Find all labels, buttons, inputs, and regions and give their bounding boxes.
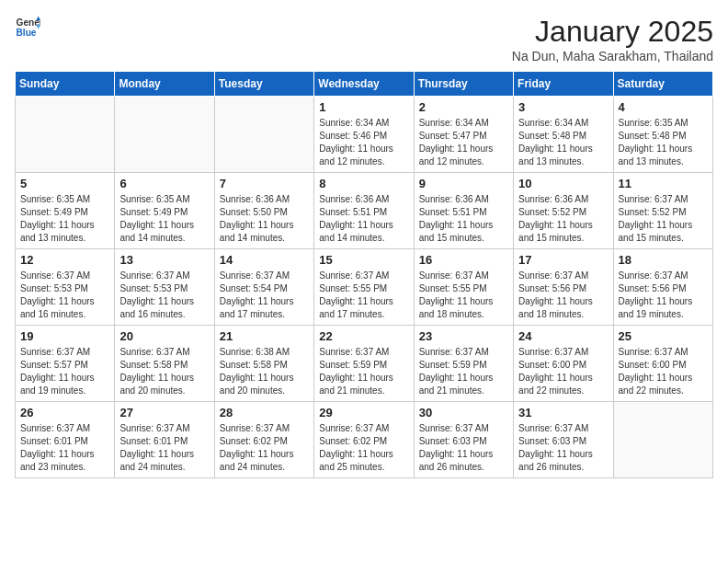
weekday-header: Monday	[115, 72, 214, 97]
day-info: Sunrise: 6:35 AMSunset: 5:49 PMDaylight:…	[119, 193, 209, 245]
day-number: 6	[119, 177, 209, 190]
calendar-day-cell: 4Sunrise: 6:35 AMSunset: 5:48 PMDaylight…	[613, 97, 712, 173]
page-header: General Blue January 2025 Na Dun, Maha S…	[15, 15, 713, 63]
calendar-week-row: 1Sunrise: 6:34 AMSunset: 5:46 PMDaylight…	[16, 97, 713, 173]
calendar-subtitle: Na Dun, Maha Sarakham, Thailand	[512, 49, 713, 63]
calendar-day-cell: 3Sunrise: 6:34 AMSunset: 5:48 PMDaylight…	[514, 97, 613, 173]
weekday-header: Sunday	[16, 72, 115, 97]
day-number: 29	[319, 406, 408, 419]
calendar-header-row: SundayMondayTuesdayWednesdayThursdayFrid…	[16, 72, 713, 97]
day-number: 28	[220, 406, 309, 419]
calendar-week-row: 5Sunrise: 6:35 AMSunset: 5:49 PMDaylight…	[16, 173, 713, 249]
day-info: Sunrise: 6:37 AMSunset: 5:57 PMDaylight:…	[20, 346, 109, 397]
day-number: 13	[119, 253, 209, 267]
logo-icon: General Blue	[15, 15, 40, 40]
day-info: Sunrise: 6:37 AMSunset: 5:53 PMDaylight:…	[119, 270, 209, 321]
day-number: 5	[20, 177, 109, 190]
day-number: 31	[518, 406, 608, 419]
day-number: 1	[319, 100, 408, 114]
day-info: Sunrise: 6:37 AMSunset: 5:55 PMDaylight:…	[419, 270, 508, 321]
day-info: Sunrise: 6:37 AMSunset: 5:58 PMDaylight:…	[119, 346, 209, 397]
day-number: 15	[319, 253, 408, 267]
day-number: 9	[419, 177, 508, 190]
svg-text:Blue: Blue	[17, 28, 37, 38]
calendar-day-cell: 17Sunrise: 6:37 AMSunset: 5:56 PMDayligh…	[514, 249, 613, 326]
day-number: 21	[220, 329, 309, 343]
weekday-header: Wednesday	[314, 72, 414, 97]
title-block: January 2025 Na Dun, Maha Sarakham, Thai…	[512, 15, 713, 63]
calendar-week-row: 19Sunrise: 6:37 AMSunset: 5:57 PMDayligh…	[16, 326, 713, 402]
day-info: Sunrise: 6:35 AMSunset: 5:48 PMDaylight:…	[619, 117, 708, 168]
calendar-day-cell: 25Sunrise: 6:37 AMSunset: 6:00 PMDayligh…	[613, 326, 712, 402]
day-info: Sunrise: 6:37 AMSunset: 5:56 PMDaylight:…	[518, 270, 608, 321]
calendar-day-cell: 18Sunrise: 6:37 AMSunset: 5:56 PMDayligh…	[613, 249, 712, 326]
day-number: 26	[20, 406, 109, 419]
calendar-day-cell: 8Sunrise: 6:36 AMSunset: 5:51 PMDaylight…	[314, 173, 414, 249]
calendar-day-cell: 31Sunrise: 6:37 AMSunset: 6:03 PMDayligh…	[514, 402, 613, 478]
logo: General Blue	[15, 15, 40, 40]
day-info: Sunrise: 6:37 AMSunset: 5:55 PMDaylight:…	[319, 270, 408, 321]
day-info: Sunrise: 6:37 AMSunset: 5:53 PMDaylight:…	[20, 270, 109, 321]
day-info: Sunrise: 6:37 AMSunset: 5:56 PMDaylight:…	[619, 270, 708, 321]
calendar-week-row: 26Sunrise: 6:37 AMSunset: 6:01 PMDayligh…	[16, 402, 713, 478]
calendar-day-cell: 11Sunrise: 6:37 AMSunset: 5:52 PMDayligh…	[613, 173, 712, 249]
calendar-day-cell: 26Sunrise: 6:37 AMSunset: 6:01 PMDayligh…	[16, 402, 115, 478]
calendar-day-cell: 6Sunrise: 6:35 AMSunset: 5:49 PMDaylight…	[115, 173, 214, 249]
day-info: Sunrise: 6:37 AMSunset: 5:59 PMDaylight:…	[319, 346, 408, 397]
calendar-day-cell: 19Sunrise: 6:37 AMSunset: 5:57 PMDayligh…	[16, 326, 115, 402]
day-number: 16	[419, 253, 508, 267]
weekday-header: Tuesday	[214, 72, 313, 97]
day-info: Sunrise: 6:34 AMSunset: 5:47 PMDaylight:…	[419, 117, 508, 168]
day-number: 25	[619, 329, 708, 343]
calendar-title: January 2025	[512, 15, 713, 49]
calendar-day-cell: 24Sunrise: 6:37 AMSunset: 6:00 PMDayligh…	[514, 326, 613, 402]
calendar-day-cell	[16, 97, 115, 173]
calendar-day-cell: 12Sunrise: 6:37 AMSunset: 5:53 PMDayligh…	[16, 249, 115, 326]
day-info: Sunrise: 6:34 AMSunset: 5:48 PMDaylight:…	[518, 117, 608, 168]
day-number: 20	[119, 329, 209, 343]
day-info: Sunrise: 6:37 AMSunset: 6:00 PMDaylight:…	[518, 346, 608, 397]
calendar-day-cell: 29Sunrise: 6:37 AMSunset: 6:02 PMDayligh…	[314, 402, 414, 478]
day-info: Sunrise: 6:37 AMSunset: 6:02 PMDaylight:…	[319, 422, 408, 474]
day-info: Sunrise: 6:37 AMSunset: 6:01 PMDaylight:…	[20, 422, 109, 474]
day-number: 24	[518, 329, 608, 343]
calendar-day-cell	[613, 402, 712, 478]
day-number: 22	[319, 329, 408, 343]
day-number: 17	[518, 253, 608, 267]
calendar-day-cell	[115, 97, 214, 173]
day-number: 2	[419, 100, 508, 114]
day-number: 8	[319, 177, 408, 190]
calendar-day-cell: 22Sunrise: 6:37 AMSunset: 5:59 PMDayligh…	[314, 326, 414, 402]
day-number: 11	[619, 177, 708, 190]
day-number: 4	[619, 100, 708, 114]
calendar-day-cell: 15Sunrise: 6:37 AMSunset: 5:55 PMDayligh…	[314, 249, 414, 326]
calendar-day-cell: 16Sunrise: 6:37 AMSunset: 5:55 PMDayligh…	[414, 249, 513, 326]
day-info: Sunrise: 6:37 AMSunset: 6:02 PMDaylight:…	[220, 422, 309, 474]
day-number: 19	[20, 329, 109, 343]
day-number: 3	[518, 100, 608, 114]
day-info: Sunrise: 6:37 AMSunset: 5:54 PMDaylight:…	[220, 270, 309, 321]
day-info: Sunrise: 6:36 AMSunset: 5:52 PMDaylight:…	[518, 193, 608, 245]
day-number: 7	[220, 177, 309, 190]
calendar-week-row: 12Sunrise: 6:37 AMSunset: 5:53 PMDayligh…	[16, 249, 713, 326]
calendar-day-cell: 1Sunrise: 6:34 AMSunset: 5:46 PMDaylight…	[314, 97, 414, 173]
day-info: Sunrise: 6:37 AMSunset: 6:00 PMDaylight:…	[619, 346, 708, 397]
day-info: Sunrise: 6:37 AMSunset: 6:01 PMDaylight:…	[119, 422, 209, 474]
calendar-day-cell: 20Sunrise: 6:37 AMSunset: 5:58 PMDayligh…	[115, 326, 214, 402]
calendar-day-cell: 2Sunrise: 6:34 AMSunset: 5:47 PMDaylight…	[414, 97, 513, 173]
day-info: Sunrise: 6:37 AMSunset: 5:52 PMDaylight:…	[619, 193, 708, 245]
weekday-header: Saturday	[613, 72, 712, 97]
day-info: Sunrise: 6:36 AMSunset: 5:50 PMDaylight:…	[220, 193, 309, 245]
day-number: 14	[220, 253, 309, 267]
day-number: 18	[619, 253, 708, 267]
calendar-table: SundayMondayTuesdayWednesdayThursdayFrid…	[15, 71, 713, 478]
day-info: Sunrise: 6:36 AMSunset: 5:51 PMDaylight:…	[319, 193, 408, 245]
calendar-day-cell: 13Sunrise: 6:37 AMSunset: 5:53 PMDayligh…	[115, 249, 214, 326]
calendar-day-cell: 28Sunrise: 6:37 AMSunset: 6:02 PMDayligh…	[214, 402, 313, 478]
calendar-day-cell: 10Sunrise: 6:36 AMSunset: 5:52 PMDayligh…	[514, 173, 613, 249]
day-number: 30	[419, 406, 508, 419]
day-info: Sunrise: 6:35 AMSunset: 5:49 PMDaylight:…	[20, 193, 109, 245]
day-info: Sunrise: 6:37 AMSunset: 6:03 PMDaylight:…	[518, 422, 608, 474]
calendar-day-cell: 7Sunrise: 6:36 AMSunset: 5:50 PMDaylight…	[214, 173, 313, 249]
weekday-header: Friday	[514, 72, 613, 97]
